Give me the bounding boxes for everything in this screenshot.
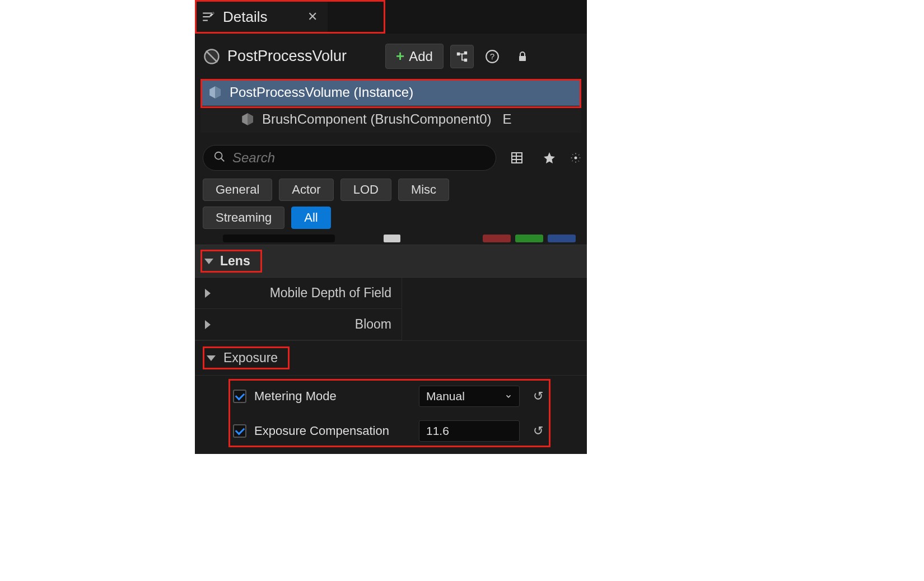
subcat-exposure-label: Exposure: [223, 350, 278, 366]
svg-point-13: [575, 157, 577, 160]
tree-item-instance-label: PostProcessVolume (Instance): [230, 85, 413, 100]
search-icon: [213, 151, 226, 165]
close-tab-icon[interactable]: ✕: [307, 10, 318, 24]
tree-item-brush-label: BrushComponent (BrushComponent0): [262, 111, 492, 127]
subcat-mobile-dof[interactable]: Mobile Depth of Field: [195, 278, 402, 309]
details-tab-icon: [200, 9, 216, 25]
subcat-bloom[interactable]: Bloom: [195, 309, 402, 340]
annotation-highlight-exposure: Exposure: [203, 346, 290, 369]
tree-item-brush-suffix: E: [503, 111, 512, 127]
expand-arrow-icon: [207, 355, 216, 361]
svg-point-7: [215, 152, 222, 160]
details-tab[interactable]: Details ✕: [195, 0, 328, 34]
dropdown-metering[interactable]: Manual: [419, 386, 520, 407]
blueprint-graph-button[interactable]: [450, 45, 474, 68]
actor-header-row: PostProcessVolur + Add ?: [195, 34, 587, 79]
filter-row-2: Streaming All: [195, 207, 587, 235]
svg-text:?: ?: [490, 51, 494, 61]
reset-compensation-icon[interactable]: ↺: [533, 424, 543, 438]
component-tree: PostProcessVolume (Instance) BrushCompon…: [200, 79, 581, 133]
partial-property-row: [195, 235, 587, 245]
plus-icon: +: [396, 48, 404, 65]
checkbox-compensation[interactable]: [233, 424, 246, 438]
details-panel: Details ✕ PostProcessVolur + Add ? Po: [195, 0, 587, 454]
filter-row: General Actor LOD Misc: [195, 179, 587, 207]
label-metering: Metering Mode: [254, 389, 411, 404]
filter-general[interactable]: General: [203, 179, 272, 201]
expand-arrow-icon: [204, 259, 213, 264]
dropdown-metering-value: Manual: [426, 390, 465, 403]
search-box[interactable]: [203, 145, 496, 171]
prop-metering-mode: Metering Mode Manual ↺: [228, 379, 587, 414]
input-compensation-value: 11.6: [426, 424, 449, 437]
label-compensation: Exposure Compensation: [254, 424, 411, 438]
favorite-star-icon[interactable]: [538, 146, 561, 170]
svg-line-8: [221, 158, 225, 162]
filter-all[interactable]: All: [291, 207, 330, 229]
svg-rect-1: [457, 52, 460, 55]
add-component-button[interactable]: + Add: [385, 44, 444, 69]
prop-exposure-compensation: Exposure Compensation 11.6 ↺: [228, 414, 587, 448]
volume-cube-icon: [207, 85, 223, 100]
reset-metering-icon[interactable]: ↺: [533, 389, 543, 404]
search-input[interactable]: [232, 150, 486, 166]
partial-swatch: [384, 235, 400, 242]
settings-gear-icon[interactable]: [570, 146, 581, 170]
exposure-properties: Metering Mode Manual ↺ Exposure Compensa…: [228, 379, 587, 448]
add-button-label: Add: [409, 49, 433, 64]
search-row: [195, 142, 587, 179]
chevron-down-icon: [505, 390, 512, 403]
lock-button[interactable]: [511, 45, 534, 68]
lens-grid: Mobile Depth of Field Bloom: [195, 278, 587, 340]
postprocess-actor-icon: [203, 48, 221, 65]
help-button[interactable]: ?: [480, 45, 504, 68]
subcat-mobile-dof-label: Mobile Depth of Field: [270, 285, 391, 301]
property-matrix-icon[interactable]: [505, 146, 529, 170]
svg-rect-6: [519, 56, 526, 61]
filter-lod[interactable]: LOD: [340, 179, 391, 201]
filter-streaming[interactable]: Streaming: [203, 207, 284, 229]
category-lens-label: Lens: [220, 254, 250, 269]
checkbox-metering[interactable]: [233, 390, 246, 403]
annotation-highlight-lens: Lens: [200, 250, 262, 273]
actor-name-label: PostProcessVolur: [227, 48, 379, 65]
partial-value-box: [223, 235, 335, 242]
brush-cube-icon: [240, 111, 255, 127]
tree-item-brush[interactable]: BrushComponent (BrushComponent0) E: [200, 106, 581, 133]
collapse-arrow-icon: [205, 320, 347, 329]
filter-misc[interactable]: Misc: [398, 179, 449, 201]
input-compensation[interactable]: 11.6: [419, 420, 520, 442]
filter-actor[interactable]: Actor: [279, 179, 333, 201]
tree-item-instance[interactable]: PostProcessVolume (Instance): [200, 79, 581, 106]
category-lens[interactable]: Lens: [195, 245, 587, 278]
svg-rect-2: [464, 51, 468, 54]
subcat-exposure[interactable]: Exposure: [195, 340, 587, 376]
svg-rect-3: [464, 58, 468, 62]
subcat-bloom-label: Bloom: [355, 317, 391, 332]
tab-bar: Details ✕: [195, 0, 587, 34]
collapse-arrow-icon: [205, 289, 262, 298]
partial-xyz-pills: [483, 235, 576, 242]
details-tab-label: Details: [223, 8, 267, 26]
